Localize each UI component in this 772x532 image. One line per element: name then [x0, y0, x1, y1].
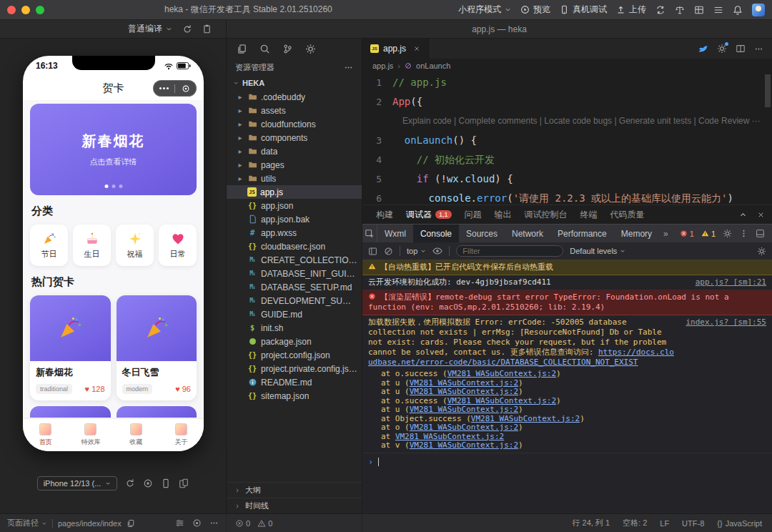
devtools-tab-Console[interactable]: Console [413, 225, 459, 242]
tree-item-DEVELOPMENT_SUMMA...[interactable]: M↓DEVELOPMENT_SUMMA... [227, 294, 362, 307]
phone-frame-icon[interactable] [161, 478, 171, 488]
tree-item-cloudfunctions[interactable]: ▸cloudfunctions [227, 117, 362, 131]
breadcrumb-symbol[interactable]: onLaunch [416, 61, 450, 70]
tree-item-init.sh[interactable]: $init.sh [227, 321, 362, 335]
avatar[interactable] [752, 4, 765, 16]
search-icon[interactable] [259, 44, 270, 54]
panel-tab-调试器[interactable]: 调试器1,1 [400, 205, 458, 224]
kebab-icon[interactable] [739, 229, 748, 238]
capsule-exit-icon[interactable] [175, 84, 196, 93]
indentation-setting[interactable]: 空格: 2 [623, 518, 647, 528]
tree-item-DATABASE_INIT_GUIDE...[interactable]: M↓DATABASE_INIT_GUIDE... [227, 267, 362, 280]
copy-icon[interactable] [127, 519, 135, 528]
panel-tab-问题[interactable]: 问题 [458, 205, 488, 224]
panel-tab-调试控制台[interactable]: 调试控制台 [518, 205, 574, 224]
preview-button[interactable]: 预览 [520, 4, 550, 16]
tabbar-item-特效库[interactable]: 特效库 [68, 419, 113, 451]
ai-inline-hint[interactable]: Explain code | Complete comments | Locat… [362, 112, 772, 131]
breadcrumb-file[interactable]: app.js [372, 61, 393, 70]
code-editor[interactable]: 1// app.js2App({Explain code | Complete … [362, 73, 772, 205]
clear-console-icon[interactable] [384, 247, 393, 256]
multi-device-icon[interactable] [179, 478, 189, 488]
panel-tab-构建[interactable]: 构建 [370, 205, 400, 224]
stack-frame-link[interactable]: VM281 WASubContext.js:2 [410, 405, 518, 414]
balance-icon[interactable] [675, 5, 685, 15]
tree-item-app.json.bak[interactable]: app.json.bak [227, 212, 362, 226]
devtools-tab-Sources[interactable]: Sources [459, 225, 505, 242]
record-icon[interactable] [143, 478, 153, 488]
tree-item-components[interactable]: ▸components [227, 131, 362, 144]
rotate-icon[interactable] [125, 478, 135, 488]
eye-icon[interactable] [432, 246, 442, 256]
page-path-selector[interactable]: 页面路径 [7, 518, 47, 528]
tree-item-pages[interactable]: ▸pages [227, 158, 362, 172]
tree-item-app.json[interactable]: {}app.json [227, 199, 362, 212]
tree-item-project.config.json[interactable]: {}project.config.json [227, 348, 362, 362]
tree-root[interactable]: HEKA [227, 76, 362, 90]
close-panel-icon[interactable] [757, 211, 765, 219]
stack-frame-link[interactable]: VM281 WASubContext.js:2 [410, 387, 518, 396]
codebuddy-icon[interactable] [698, 44, 708, 54]
tabbar-item-关于[interactable]: 关于 [159, 419, 204, 451]
files-icon[interactable] [237, 44, 247, 54]
console-prompt[interactable]: › [362, 453, 772, 471]
stack-frame-link[interactable]: VM281 WASubContext.js:2 [410, 378, 518, 388]
encoding-setting[interactable]: UTF-8 [682, 519, 704, 528]
gear-icon[interactable] [717, 44, 727, 54]
more-icon[interactable] [209, 518, 219, 528]
tree-item-app.wxss[interactable]: #app.wxss [227, 226, 362, 240]
eol-setting[interactable]: LF [660, 519, 669, 528]
devtools-tab-Performance[interactable]: Performance [550, 225, 614, 242]
more-icon[interactable] [344, 63, 353, 72]
context-selector[interactable]: top [407, 247, 426, 255]
stack-frame-link[interactable]: VM281 WASubContext.js:2 [410, 423, 518, 432]
language-mode[interactable]: {} JavaScript [717, 519, 762, 528]
scrollbar-thumb[interactable] [765, 74, 771, 107]
more-tabs-icon[interactable]: » [659, 225, 673, 242]
tree-item-GUIDE.md[interactable]: M↓GUIDE.md [227, 307, 362, 321]
gear-icon[interactable] [723, 229, 732, 238]
tree-item-README.md[interactable]: README.md [227, 375, 362, 389]
tree-item-utils[interactable]: ▸utils [227, 172, 362, 185]
tree-item-app.js[interactable]: JSapp.js [227, 185, 362, 199]
tree-item-project.private.config.json[interactable]: {}project.private.config.json [227, 362, 362, 375]
capsule-more-icon[interactable] [154, 87, 174, 89]
fullscreen-window-button[interactable] [36, 6, 44, 14]
tree-item-cloudbaserc.json[interactable]: {}cloudbaserc.json [227, 240, 362, 253]
drawer-icon[interactable] [756, 229, 765, 238]
panel-tab-终端[interactable]: 终端 [574, 205, 604, 224]
clipboard-icon[interactable] [202, 24, 212, 34]
devtools-tab-Memory[interactable]: Memory [614, 225, 659, 242]
statusbar-problems[interactable]: 0 0 [227, 514, 362, 532]
tune-icon[interactable] [175, 518, 184, 528]
tree-item-package.json[interactable]: package.json [227, 335, 362, 348]
compile-mode-selector[interactable]: 普通编译 [128, 23, 172, 35]
menu-icon[interactable] [713, 5, 723, 15]
tab-app-js[interactable]: JS app.js [362, 39, 429, 59]
bell-icon[interactable] [733, 5, 743, 15]
tree-item-.codebuddy[interactable]: ▸.codebuddy [227, 90, 362, 104]
stack-frame-link[interactable]: VM281 WASubContext.js:2 [471, 414, 580, 423]
category-card-节日[interactable]: 节日 [30, 225, 68, 266]
panel-tab-输出[interactable]: 输出 [488, 205, 518, 224]
grid-icon[interactable] [694, 5, 704, 15]
panel-tab-代码质量[interactable]: 代码质量 [604, 205, 651, 224]
banner-carousel[interactable]: 新春烟花 点击查看详情 [30, 104, 197, 195]
collapse-panel-icon[interactable] [739, 211, 747, 219]
remote-debug-button[interactable]: 真机调试 [560, 4, 607, 16]
tree-item-CREATE_COLLECTIONS_...[interactable]: M↓CREATE_COLLECTIONS_... [227, 253, 362, 267]
tabbar-item-收藏[interactable]: 收藏 [114, 419, 159, 451]
tree-item-sitemap.json[interactable]: {}sitemap.json [227, 389, 362, 403]
git-branch-icon[interactable] [282, 44, 293, 54]
gear-icon[interactable] [305, 44, 316, 54]
devtools-tab-Wxml[interactable]: Wxml [377, 225, 413, 242]
tree-item-DATABASE_SETUP.md[interactable]: M↓DATABASE_SETUP.md [227, 280, 362, 294]
record-icon[interactable] [192, 518, 202, 528]
more-icon[interactable] [754, 44, 763, 54]
stack-frame-link[interactable]: VM281 WASubContext.js:2 [395, 432, 504, 441]
timeline-section[interactable]: 时间线 [227, 498, 362, 513]
tree-item-assets[interactable]: ▸assets [227, 104, 362, 117]
console-source-link[interactable]: app.js? [sm]:21 [696, 277, 766, 287]
hot-card-冬日飞雪[interactable]: 冬日飞雪modern♥96 [117, 295, 197, 400]
console-settings-icon[interactable] [757, 247, 766, 256]
